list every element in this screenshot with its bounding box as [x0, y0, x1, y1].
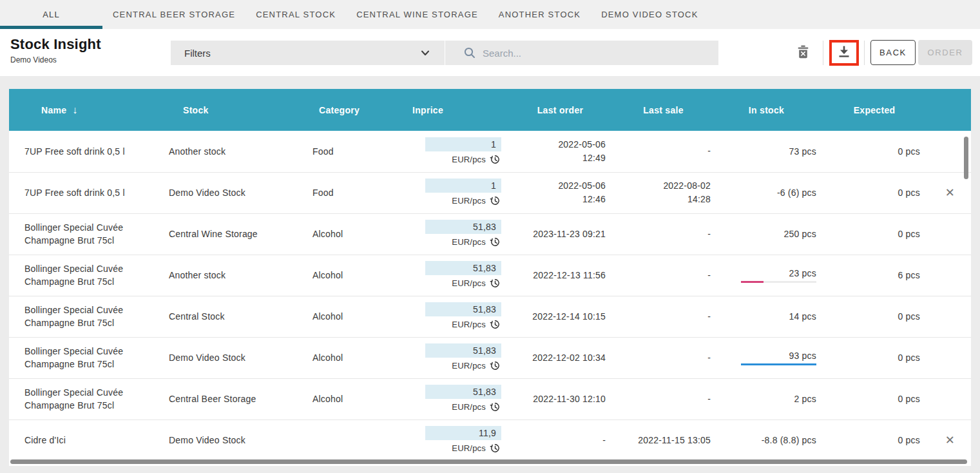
tab-central-stock[interactable]: CENTRAL STOCK: [245, 0, 346, 29]
cell-stock: Central Wine Storage: [164, 213, 309, 255]
cell-category: [309, 420, 399, 461]
page-title: Stock Insight: [10, 36, 101, 53]
cell-inprice: 1EUR/pcs: [399, 131, 507, 172]
tab-central-beer-storage[interactable]: CENTRAL BEER STORAGE: [102, 0, 245, 29]
table-row: Bollinger Special Cuvée Champagne Brut 7…: [9, 255, 971, 296]
search-input[interactable]: [483, 48, 695, 59]
vertical-scrollbar[interactable]: [964, 137, 968, 179]
column-header-last-sale[interactable]: Last sale: [613, 89, 713, 131]
table-body: 7UP Free soft drink 0,5 lAnother stockFo…: [9, 131, 971, 461]
price-history-icon[interactable]: [489, 442, 501, 454]
horizontal-scrollbar[interactable]: [10, 459, 967, 464]
price-history-icon[interactable]: [489, 277, 501, 289]
cell-last-sale: -: [613, 337, 713, 378]
remove-row-button[interactable]: ✕: [945, 434, 955, 447]
tab-all[interactable]: ALL: [0, 0, 102, 29]
search-box: [445, 41, 718, 65]
in-stock-value: 93 pcs: [789, 351, 816, 361]
column-label: Category: [319, 105, 360, 115]
remove-row-button[interactable]: ✕: [945, 186, 955, 199]
cell-actions: [929, 255, 971, 296]
cell-last-order: 2022-12-14 10:15: [507, 296, 613, 337]
cell-inprice: 51,83EUR/pcs: [399, 337, 507, 378]
price-history-icon[interactable]: [489, 153, 501, 166]
cell-expected: 0 pcs: [820, 131, 929, 172]
page-subtitle: Demo Videos: [10, 55, 101, 64]
tab-demo-video-stock[interactable]: DEMO VIDEO STOCK: [591, 0, 708, 29]
cell-last-order: 2022-05-06 12:46: [507, 172, 613, 213]
cell-last-sale: -: [613, 255, 713, 296]
warehouse-tabbar: ALL CENTRAL BEER STORAGE CENTRAL STOCK C…: [0, 0, 980, 29]
cell-in-stock: 2 pcs: [713, 378, 820, 420]
download-icon: [837, 44, 851, 61]
cell-last-sale: -: [613, 296, 713, 337]
table-row: Bollinger Special Cuvée Champagne Brut 7…: [9, 296, 971, 337]
cell-expected: 0 pcs: [820, 420, 929, 461]
table-row: 7UP Free soft drink 0,5 lDemo Video Stoc…: [9, 172, 971, 213]
cell-product-name: Bollinger Special Cuvée Champagne Brut 7…: [9, 337, 164, 378]
delete-button[interactable]: [794, 45, 812, 61]
price-history-icon[interactable]: [489, 401, 501, 413]
filters-dropdown[interactable]: Filters: [171, 41, 445, 65]
price-history-icon[interactable]: [489, 195, 501, 207]
cell-inprice: 11,9EUR/pcs: [399, 420, 507, 461]
cell-category: Alcohol: [309, 255, 399, 296]
cell-product-name: Bollinger Special Cuvée Champagne Brut 7…: [9, 255, 164, 296]
cell-expected: 0 pcs: [820, 213, 929, 255]
price-history-icon[interactable]: [489, 360, 501, 372]
stock-insight-app: ALL CENTRAL BEER STORAGE CENTRAL STOCK C…: [0, 0, 980, 473]
cell-in-stock: 23 pcs: [713, 255, 820, 296]
cell-expected: 0 pcs: [820, 172, 929, 213]
column-header-actions: [929, 89, 971, 131]
column-header-in-stock[interactable]: In stock: [713, 89, 820, 131]
cell-expected: 0 pcs: [820, 337, 929, 378]
download-button[interactable]: [829, 40, 859, 66]
inprice-value[interactable]: 51,83: [425, 343, 501, 358]
cell-actions: [929, 378, 971, 420]
cell-product-name: 7UP Free soft drink 0,5 l: [9, 172, 164, 213]
cell-inprice: 51,83EUR/pcs: [399, 255, 507, 296]
column-header-name[interactable]: Name↓: [9, 89, 164, 131]
stock-table: Name↓ Stock Category Inprice Last order …: [9, 89, 971, 461]
column-header-expected[interactable]: Expected: [820, 89, 929, 131]
inprice-value[interactable]: 11,9: [425, 426, 501, 440]
table-row: Bollinger Special Cuvée Champagne Brut 7…: [9, 337, 971, 378]
cell-stock: Demo Video Stock: [164, 337, 309, 378]
inprice-value[interactable]: 51,83: [425, 261, 501, 275]
order-button[interactable]: ORDER: [918, 40, 972, 65]
column-header-category[interactable]: Category: [309, 89, 399, 131]
tab-label: CENTRAL BEER STORAGE: [113, 10, 235, 19]
column-label: Stock: [183, 105, 209, 115]
cell-product-name: Bollinger Special Cuvée Champagne Brut 7…: [9, 213, 164, 255]
tab-central-wine-storage[interactable]: CENTRAL WINE STORAGE: [346, 0, 488, 29]
cell-last-order: 2022-11-30 12:10: [507, 378, 613, 420]
back-button[interactable]: BACK: [870, 40, 916, 65]
column-header-stock[interactable]: Stock: [164, 89, 309, 131]
cell-category: Food: [309, 131, 399, 172]
inprice-unit: EUR/pcs: [452, 155, 486, 164]
search-icon: [463, 46, 476, 59]
inprice-value[interactable]: 51,83: [425, 220, 501, 234]
cell-actions: [929, 213, 971, 255]
column-header-inprice[interactable]: Inprice: [399, 89, 507, 131]
inprice-value[interactable]: 51,83: [425, 385, 501, 399]
price-history-icon[interactable]: [489, 318, 501, 331]
inprice-value[interactable]: 1: [425, 137, 501, 151]
cell-category: Food: [309, 172, 399, 213]
column-label: In stock: [749, 105, 784, 115]
inprice-value[interactable]: 1: [425, 179, 501, 193]
price-history-icon[interactable]: [489, 236, 501, 248]
chevron-down-icon: [420, 48, 430, 58]
cell-product-name: Cidre d'Ici: [9, 420, 164, 461]
inprice-unit: EUR/pcs: [452, 443, 486, 453]
tab-another-stock[interactable]: ANOTHER STOCK: [488, 0, 591, 29]
in-stock-value: 14 pcs: [789, 311, 816, 322]
header-divider: [823, 41, 823, 65]
table-row: Bollinger Special Cuvée Champagne Brut 7…: [9, 213, 971, 255]
column-header-last-order[interactable]: Last order: [507, 89, 613, 131]
column-label: Name: [41, 105, 66, 115]
cell-inprice: 51,83EUR/pcs: [399, 378, 507, 420]
cell-product-name: Bollinger Special Cuvée Champagne Brut 7…: [9, 378, 164, 420]
inprice-value[interactable]: 51,83: [425, 302, 501, 316]
filters-label: Filters: [184, 48, 211, 59]
